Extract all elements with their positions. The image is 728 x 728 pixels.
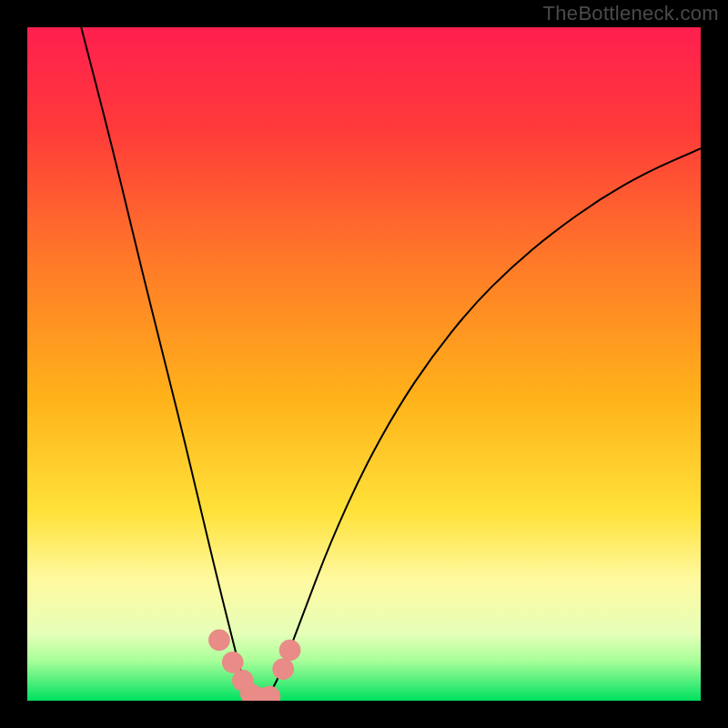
chart-plot-area — [27, 27, 701, 701]
data-marker — [222, 652, 244, 673]
gradient-background — [27, 27, 701, 701]
data-marker — [208, 630, 230, 652]
data-marker — [272, 658, 294, 680]
chart-frame: TheBottleneck.com — [0, 0, 728, 728]
data-marker — [279, 640, 301, 662]
chart-svg — [27, 27, 701, 701]
watermark-label: TheBottleneck.com — [543, 2, 719, 25]
